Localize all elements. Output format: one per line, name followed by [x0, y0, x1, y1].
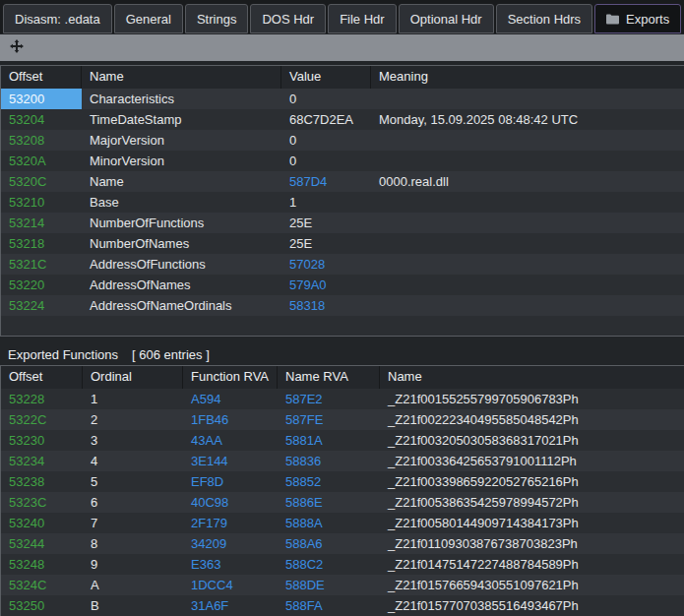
tab-disasm-edata[interactable]: Disasm: .edata: [3, 4, 112, 33]
column-header-offset[interactable]: Offset: [1, 66, 82, 89]
offset-cell[interactable]: 53200: [1, 89, 82, 109]
folder-icon: [606, 14, 619, 25]
offset-cell[interactable]: 53244: [1, 533, 83, 554]
directory-row[interactable]: 53200Characteristics0: [1, 89, 684, 109]
name-rva-cell[interactable]: 587E2: [278, 389, 380, 409]
column-header-meaning[interactable]: Meaning: [371, 66, 684, 89]
field-name-cell: Name: [82, 171, 281, 192]
dock-handle[interactable]: [0, 34, 684, 61]
exported-function-row[interactable]: 532281A594587E2_Z21f00155255799705906783…: [1, 389, 684, 409]
exported-function-row[interactable]: 53230343AA5881A_Z21f00320503058368317021…: [1, 430, 684, 451]
offset-cell[interactable]: 5320C: [1, 171, 82, 192]
offset-cell[interactable]: 53240: [1, 513, 83, 533]
directory-row[interactable]: 53224AddressOfNameOrdinals58318: [1, 295, 684, 316]
exported-function-row[interactable]: 5324072F1795888A_Z21f0058014490971438417…: [1, 513, 684, 533]
directory-row[interactable]: 53220AddressOfNames579A0: [1, 275, 684, 295]
column-header-offset[interactable]: Offset: [1, 366, 83, 389]
function-rva-cell[interactable]: 31A6F: [183, 595, 278, 616]
function-rva-cell[interactable]: 40C98: [183, 492, 278, 513]
tab-exports[interactable]: Exports: [594, 4, 681, 33]
directory-row[interactable]: 53210Base1: [1, 192, 684, 213]
tab-section-hdrs[interactable]: Section Hdrs: [496, 4, 592, 33]
offset-cell[interactable]: 53204: [1, 109, 82, 130]
ordinal-cell: 1: [83, 389, 183, 409]
offset-cell[interactable]: 5324C: [1, 575, 83, 595]
offset-cell[interactable]: 53224: [1, 295, 82, 316]
offset-cell[interactable]: 53250: [1, 595, 83, 616]
field-name-cell: AddressOfFunctions: [82, 254, 281, 275]
exported-function-row[interactable]: 532489E363588C2_Z21f01475147227488784589…: [1, 554, 684, 575]
field-name-cell: AddressOfNames: [82, 275, 281, 295]
tab-optional-hdr[interactable]: Optional Hdr: [399, 4, 494, 33]
offset-cell[interactable]: 53238: [1, 471, 83, 492]
function-rva-cell[interactable]: 1DCC4: [183, 575, 278, 595]
directory-row[interactable]: 5321CAddressOfFunctions57028: [1, 254, 684, 275]
offset-cell[interactable]: 53248: [1, 554, 83, 575]
column-header-name[interactable]: Name: [380, 366, 684, 389]
name-rva-cell[interactable]: 5886E: [278, 492, 380, 513]
value-cell[interactable]: 58318: [281, 295, 371, 316]
directory-row[interactable]: 53204TimeDateStamp68C7D2EAMonday, 15.09.…: [1, 109, 684, 130]
column-header-value[interactable]: Value: [281, 66, 371, 89]
function-rva-cell[interactable]: A594: [183, 389, 278, 409]
function-rva-cell[interactable]: 43AA: [183, 430, 278, 451]
directory-row[interactable]: 53218NumberOfNames25E: [1, 233, 684, 254]
tab-general[interactable]: General: [114, 4, 183, 33]
name-rva-cell[interactable]: 588FA: [278, 595, 380, 616]
offset-cell[interactable]: 5323C: [1, 492, 83, 513]
directory-row[interactable]: 53214NumberOfFunctions25E: [1, 213, 684, 233]
name-rva-cell[interactable]: 5881A: [278, 430, 380, 451]
value-cell: 0: [281, 151, 371, 171]
name-rva-cell[interactable]: 588A6: [278, 533, 380, 554]
function-rva-cell[interactable]: 1FB46: [183, 409, 278, 430]
directory-row[interactable]: 53208MajorVersion0: [1, 130, 684, 151]
name-rva-cell[interactable]: 58852: [278, 471, 380, 492]
value-cell[interactable]: 587D4: [281, 171, 371, 192]
name-rva-cell[interactable]: 588DE: [278, 575, 380, 595]
name-rva-cell[interactable]: 588C2: [278, 554, 380, 575]
function-name-cell: _Z21f00580144909714384173Ph: [380, 513, 684, 533]
column-header-function-rva[interactable]: Function RVA: [183, 366, 278, 389]
offset-cell[interactable]: 53220: [1, 275, 82, 295]
function-name-cell: _Z21f00336425653791001112Ph: [380, 451, 684, 471]
exported-function-row[interactable]: 532385EF8D58852_Z21f00339865922052765216…: [1, 471, 684, 492]
offset-cell[interactable]: 53230: [1, 430, 83, 451]
exported-function-row[interactable]: 53250B31A6F588FA_Z21f0157707038551649346…: [1, 595, 684, 616]
column-header-name[interactable]: Name: [82, 66, 281, 89]
function-rva-cell[interactable]: 34209: [183, 533, 278, 554]
directory-row[interactable]: 5320AMinorVersion0: [1, 151, 684, 171]
offset-cell[interactable]: 5321C: [1, 254, 82, 275]
tab-label: General: [126, 12, 171, 27]
exported-function-row[interactable]: 53244834209588A6_Z21f0110930387673870382…: [1, 533, 684, 554]
function-rva-cell[interactable]: 3E144: [183, 451, 278, 471]
function-rva-cell[interactable]: EF8D: [183, 471, 278, 492]
offset-cell[interactable]: 53218: [1, 233, 82, 254]
tab-strings[interactable]: Strings: [185, 4, 248, 33]
entry-count-badge: [ 606 entries ]: [132, 344, 210, 365]
value-cell[interactable]: 57028: [281, 254, 371, 275]
exported-function-row[interactable]: 5324CA1DCC4588DE_Z21f0157665943055109762…: [1, 575, 684, 595]
name-rva-cell[interactable]: 5888A: [278, 513, 380, 533]
exported-function-row[interactable]: 5322C21FB46587FE_Z21f0022234049558504854…: [1, 409, 684, 430]
name-rva-cell[interactable]: 58836: [278, 451, 380, 471]
offset-cell[interactable]: 5322C: [1, 409, 83, 430]
value-cell[interactable]: 579A0: [281, 275, 371, 295]
function-rva-cell[interactable]: 2F179: [183, 513, 278, 533]
name-rva-cell[interactable]: 587FE: [278, 409, 380, 430]
offset-cell[interactable]: 53210: [1, 192, 82, 213]
tab-dos-hdr[interactable]: DOS Hdr: [250, 4, 326, 33]
offset-cell[interactable]: 53228: [1, 389, 83, 409]
column-header-ordinal[interactable]: Ordinal: [83, 366, 183, 389]
field-name-cell: MinorVersion: [82, 151, 281, 171]
tab-file-hdr[interactable]: File Hdr: [328, 4, 397, 33]
directory-row[interactable]: 5320CName587D40000.real.dll: [1, 171, 684, 192]
offset-cell[interactable]: 53208: [1, 130, 82, 151]
offset-cell[interactable]: 53234: [1, 451, 83, 471]
exported-function-row[interactable]: 5323C640C985886E_Z21f0053863542597899457…: [1, 492, 684, 513]
exported-function-row[interactable]: 5323443E14458836_Z21f0033642565379100111…: [1, 451, 684, 471]
offset-cell[interactable]: 5320A: [1, 151, 82, 171]
column-header-name-rva[interactable]: Name RVA: [278, 366, 380, 389]
function-rva-cell[interactable]: E363: [183, 554, 278, 575]
offset-cell[interactable]: 53214: [1, 213, 82, 233]
function-name-cell: _Z21f01475147227488784589Ph: [380, 554, 684, 575]
